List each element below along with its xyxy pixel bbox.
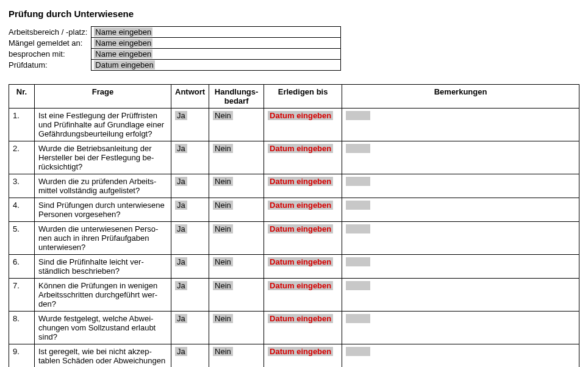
- erledigen-placeholder: Datum eingeben: [268, 347, 333, 356]
- col-handlung: Handlungs-bedarf: [209, 85, 264, 109]
- cell-bemerkungen[interactable]: [342, 109, 579, 141]
- bemerkungen-placeholder: [346, 281, 370, 290]
- cell-bemerkungen[interactable]: [342, 344, 579, 368]
- meta-row: Prüfdatum:Datum eingeben: [9, 60, 341, 71]
- antwort-value: Ja: [175, 111, 187, 120]
- cell-bemerkungen[interactable]: [342, 198, 579, 222]
- cell-nr: 2.: [9, 141, 35, 174]
- cell-antwort[interactable]: Ja: [171, 174, 209, 198]
- cell-frage: Sind Prüfungen durch unterwiese­ne Perso…: [35, 198, 171, 222]
- antwort-value: Ja: [175, 257, 187, 266]
- table-row: 6.Sind die Prüfinhalte leicht ver­ständl…: [9, 255, 579, 279]
- meta-placeholder: Datum eingeben: [94, 60, 154, 69]
- cell-frage: Wurden die unterwiesenen Perso­nen auch …: [35, 222, 171, 255]
- meta-row: Mängel gemeldet an:Name eingeben: [9, 38, 341, 49]
- erledigen-placeholder: Datum eingeben: [268, 281, 333, 290]
- cell-handlungsbedarf[interactable]: Nein: [209, 279, 264, 312]
- cell-frage: Ist geregelt, wie bei nicht akzep­tablen…: [35, 344, 171, 368]
- meta-row: Arbeitsbereich / -platz:Name eingeben: [9, 27, 341, 38]
- meta-field[interactable]: Name eingeben: [91, 27, 341, 38]
- cell-bemerkungen[interactable]: [342, 222, 579, 255]
- cell-antwort[interactable]: Ja: [171, 222, 209, 255]
- meta-field[interactable]: Name eingeben: [91, 49, 341, 60]
- meta-field[interactable]: Datum eingeben: [91, 60, 341, 71]
- cell-erledigen[interactable]: Datum eingeben: [264, 344, 342, 368]
- bemerkungen-placeholder: [346, 144, 370, 153]
- erledigen-placeholder: Datum eingeben: [268, 201, 333, 210]
- cell-nr: 4.: [9, 198, 35, 222]
- cell-nr: 8.: [9, 312, 35, 344]
- bemerkungen-placeholder: [346, 201, 370, 210]
- cell-handlungsbedarf[interactable]: Nein: [209, 141, 264, 174]
- erledigen-placeholder: Datum eingeben: [268, 224, 333, 233]
- bemerkungen-placeholder: [346, 224, 370, 233]
- cell-nr: 3.: [9, 174, 35, 198]
- meta-row: besprochen mit:Name eingeben: [9, 49, 341, 60]
- cell-erledigen[interactable]: Datum eingeben: [264, 312, 342, 344]
- antwort-value: Ja: [175, 314, 187, 323]
- col-bemerkungen: Bemerkungen: [342, 85, 579, 109]
- cell-handlungsbedarf[interactable]: Nein: [209, 198, 264, 222]
- cell-antwort[interactable]: Ja: [171, 109, 209, 141]
- cell-bemerkungen[interactable]: [342, 279, 579, 312]
- meta-label: besprochen mit:: [9, 49, 91, 60]
- table-row: 5.Wurden die unterwiesenen Perso­nen auc…: [9, 222, 579, 255]
- handlungsbedarf-value: Nein: [213, 111, 233, 120]
- bemerkungen-placeholder: [346, 257, 370, 266]
- cell-erledigen[interactable]: Datum eingeben: [264, 141, 342, 174]
- bemerkungen-placeholder: [346, 347, 370, 356]
- cell-frage: Ist eine Festlegung der Prüffristen und …: [35, 109, 171, 141]
- table-row: 3.Wurden die zu prüfenden Arbeits­mittel…: [9, 174, 579, 198]
- antwort-value: Ja: [175, 201, 187, 210]
- erledigen-placeholder: Datum eingeben: [268, 314, 333, 323]
- meta-label: Arbeitsbereich / -platz:: [9, 27, 91, 38]
- erledigen-placeholder: Datum eingeben: [268, 144, 333, 153]
- cell-bemerkungen[interactable]: [342, 255, 579, 279]
- cell-erledigen[interactable]: Datum eingeben: [264, 198, 342, 222]
- cell-antwort[interactable]: Ja: [171, 279, 209, 312]
- cell-frage: Wurden die zu prüfenden Arbeits­mittel v…: [35, 174, 171, 198]
- meta-placeholder: Name eingeben: [94, 38, 152, 48]
- col-nr: Nr.: [9, 85, 35, 109]
- cell-handlungsbedarf[interactable]: Nein: [209, 255, 264, 279]
- antwort-value: Ja: [175, 177, 187, 186]
- col-antwort: Antwort: [171, 85, 209, 109]
- handlungsbedarf-value: Nein: [213, 177, 233, 186]
- antwort-value: Ja: [175, 281, 187, 290]
- col-frage: Frage: [35, 85, 171, 109]
- handlungsbedarf-value: Nein: [213, 144, 233, 153]
- table-row: 1.Ist eine Festlegung der Prüffristen un…: [9, 109, 579, 141]
- table-row: 8.Wurde festgelegt, welche Abwei­chungen…: [9, 312, 579, 344]
- cell-erledigen[interactable]: Datum eingeben: [264, 109, 342, 141]
- table-row: 2.Wurde die Betriebsanleitung der Herste…: [9, 141, 579, 174]
- cell-frage: Wurde festgelegt, welche Abwei­chungen v…: [35, 312, 171, 344]
- cell-erledigen[interactable]: Datum eingeben: [264, 279, 342, 312]
- meta-field[interactable]: Name eingeben: [91, 38, 341, 49]
- cell-erledigen[interactable]: Datum eingeben: [264, 255, 342, 279]
- cell-handlungsbedarf[interactable]: Nein: [209, 312, 264, 344]
- cell-erledigen[interactable]: Datum eingeben: [264, 174, 342, 198]
- cell-bemerkungen[interactable]: [342, 141, 579, 174]
- cell-antwort[interactable]: Ja: [171, 141, 209, 174]
- cell-handlungsbedarf[interactable]: Nein: [209, 222, 264, 255]
- meta-table: Arbeitsbereich / -platz:Name eingebenMän…: [9, 26, 341, 71]
- cell-handlungsbedarf[interactable]: Nein: [209, 109, 264, 141]
- checklist-table: Nr. Frage Antwort Handlungs-bedarf Erled…: [9, 84, 579, 367]
- cell-handlungsbedarf[interactable]: Nein: [209, 344, 264, 368]
- handlungsbedarf-value: Nein: [213, 314, 233, 323]
- cell-antwort[interactable]: Ja: [171, 344, 209, 368]
- cell-bemerkungen[interactable]: [342, 174, 579, 198]
- cell-antwort[interactable]: Ja: [171, 198, 209, 222]
- page-title: Prüfung durch Unterwiesene: [9, 9, 579, 19]
- cell-handlungsbedarf[interactable]: Nein: [209, 174, 264, 198]
- cell-erledigen[interactable]: Datum eingeben: [264, 222, 342, 255]
- antwort-value: Ja: [175, 224, 187, 233]
- cell-bemerkungen[interactable]: [342, 312, 579, 344]
- bemerkungen-placeholder: [346, 177, 370, 186]
- table-row: 7.Können die Prüfungen in wenigen Arbeit…: [9, 279, 579, 312]
- cell-antwort[interactable]: Ja: [171, 255, 209, 279]
- erledigen-placeholder: Datum eingeben: [268, 177, 333, 186]
- cell-antwort[interactable]: Ja: [171, 312, 209, 344]
- cell-nr: 1.: [9, 109, 35, 141]
- table-row: 9.Ist geregelt, wie bei nicht akzep­tabl…: [9, 344, 579, 368]
